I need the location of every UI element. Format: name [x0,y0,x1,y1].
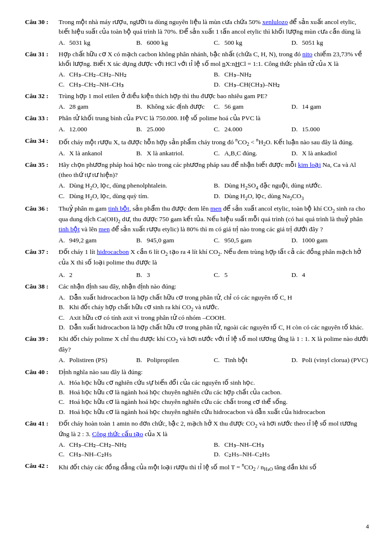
q40-label: Câu 40 : [25,367,59,417]
q34-label: Câu 34 : [25,136,59,159]
q31-ans-a: A.CH₃–CH₂–CH₂–NH₂ [59,70,214,79]
q40-ans-b: B.Hoá học hữu cơ là ngành hoá học chuyên… [59,388,369,397]
q41-ans-c: C.CH₃–NH–C₂H₅ [59,450,214,459]
q35-ans-d: D.Dùng H2O, lọc, dùng Na2CO3 [214,191,369,202]
q37-ans-a: A.2 [59,270,136,280]
q39-ans-a: A.Polistiren (PS) [59,355,136,365]
q39-ans-d: D.Poli (vinyl clorua) (PVC) [292,355,369,365]
q33-ans-b: B.25.000 [136,125,214,134]
q35-content: Hãy chọn phương pháp hoá học nào trong c… [59,160,369,201]
q41-ans-a: A.CH₃–CH₂–CH₂–NH₂ [59,440,214,450]
question-38: Câu 38 : Các nhận định sau đây, nhận địn… [25,282,369,332]
q32-ans-a: A.28 gam [59,102,136,112]
tinh-bot-link[interactable]: tinh bột [108,205,129,212]
question-34: Câu 34 : Đốt cháy một rượu X, ta được hỗ… [25,136,369,159]
q31-content: Hợp chất hữu cơ X có mạch cacbon không p… [59,50,369,89]
q37-answers: A.2 B.3 C.5 D.4 [59,270,369,280]
q33-ans-d: D.15.000 [292,125,369,134]
q32-label: Câu 32 : [25,91,59,112]
question-40: Câu 40 : Định nghĩa nào sau đây là đúng:… [25,367,369,417]
q39-answers: A.Polistiren (PS) B.Polipropilen C.Tinh … [59,355,369,365]
q31-ans-d: D.CH₃–CH(CH₃)–NH₂ [214,80,369,89]
q30-ans-b: B.6000 kg [136,38,214,48]
tinh-bot-link2[interactable]: tinh bột [59,226,80,233]
hidrocacbon-link[interactable]: hidrocacbon [97,248,129,255]
q32-ans-b: B.Không xác định được [136,102,214,112]
q37-content: Đốt cháy 1 lít hidrocacbon X cần 6 lít O… [59,247,369,280]
q36-ans-a: A.949,2 gam [59,236,136,245]
q40-ans-d: D.Hoá học hữu cơ là ngành hoá học chuyên… [59,407,369,417]
q30-content: Trong một nhà máy rượu, người ta dùng ng… [59,17,369,48]
q33-ans-c: C.24.000 [214,125,292,134]
q33-answers: A.12.000 B.25.000 C.24.000 D.15.000 [59,125,369,134]
q34-answers: A.X là ankanol B.X là ankatriol. C.A,B,C… [59,149,369,158]
q39-ans-c: C.Tinh bột [214,355,292,365]
q41-label: Câu 41 : [25,419,59,460]
question-36: Câu 36 : Thuỷ phân m gam tinh bột, sản p… [25,204,369,245]
q40-answers: A.Hóa học hữu cơ nghiên cứu sự biến đổi … [59,378,369,417]
q30-answers: A.5031 kg B.6000 kg C.500 kg D.5051 kg [59,38,369,48]
q32-answers: A.28 gam B.Không xác định được C.56 gam … [59,102,369,112]
q34-ans-a: A.X là ankanol [59,149,136,158]
q38-ans-b: B.Khi đốt cháy hợp chất hữu cơ sinh ra k… [59,302,369,313]
q36-label: Câu 36 : [25,204,59,245]
document-content: Câu 30 : Trong một nhà máy rượu, người t… [25,17,369,474]
question-37: Câu 37 : Đốt cháy 1 lít hidrocacbon X cầ… [25,247,369,280]
q35-ans-c: C.Dùng H2O, lọc, dùng quỳ tím. [59,191,214,202]
q41-answers: A.CH₃–CH₂–CH₂–NH₂ B.CH₃–NH–CH₃ C.CH₃–NH–… [59,440,369,460]
q40-ans-c: C.Hoá học hữu cơ là ngành hoá học chuyên… [59,397,369,407]
men-link2[interactable]: men [98,226,110,233]
q34-content: Đốt cháy một rượu X, ta được hỗn hợp sản… [59,136,369,159]
q37-ans-b: B.3 [136,270,214,280]
q32-content: Trùng hợp 1 mol etilen ở điều kiện thích… [59,91,369,112]
q35-ans-b: B.Dùng H2SO4 đặc nguội, dùng nước. [214,181,369,191]
q35-label: Câu 35 : [25,160,59,201]
men-link[interactable]: men [210,205,221,212]
kim-loai-link[interactable]: kim loại [298,161,321,168]
q33-label: Câu 33 : [25,113,59,134]
q41-content: Đốt cháy hoàn toàn 1 amin no đơn chức, b… [59,419,369,460]
q30-label: Câu 30 : [25,17,59,48]
q36-ans-b: B.945,0 gam [136,236,214,245]
q40-content: Định nghĩa nào sau đây là đúng: A.Hóa họ… [59,367,369,417]
question-39: Câu 39 : Khi đốt cháy polime X chỉ thu đ… [25,334,369,365]
q38-ans-a: A.Dẫn xuất hidrocacbon là hợp chất hữu c… [59,293,369,302]
q36-ans-c: C.950,5 gam [214,236,292,245]
question-33: Câu 33 : Phân tử khối trung bình của PVC… [25,113,369,134]
xenlulozo-link[interactable]: xenlulozo [262,18,288,25]
q37-ans-c: C.5 [214,270,292,280]
q30-ans-d: D.5051 kg [292,38,369,48]
q34-ans-c: C.A,B,C đúng. [214,149,292,158]
q36-ans-d: D.1000 gam [292,236,369,245]
q37-ans-d: D.4 [292,270,369,280]
q39-content: Khi đốt cháy polime X chỉ thu được khí C… [59,334,369,365]
q39-label: Câu 39 : [25,334,59,365]
q30-ans-a: A.5031 kg [59,38,136,48]
question-31: Câu 31 : Hợp chất hữu cơ X có mạch cacbo… [25,50,369,89]
nito-link[interactable]: nito [302,50,312,58]
q41-ans-d: D.C₂H₅–NH–C₂H₅ [214,450,369,459]
q32-ans-c: C.56 gam [214,102,292,112]
q34-ans-b: B.X là ankatriol. [136,149,214,158]
question-30: Câu 30 : Trong một nhà máy rượu, người t… [25,17,369,48]
q39-ans-b: B.Polipropilen [136,355,214,365]
q36-answers: A.949,2 gam B.945,0 gam C.950,5 gam D.10… [59,236,369,245]
q38-label: Câu 38 : [25,282,59,332]
q41-ans-b: B.CH₃–NH–CH₃ [214,440,369,450]
q31-answers: A.CH₃–CH₂–CH₂–NH₂ B.CH₃–NH₂ C.CH₃–CH₂–NH… [59,70,369,89]
q42-label: Câu 42 : [25,461,59,474]
q38-content: Các nhận định sau đây, nhận định nào đún… [59,282,369,332]
q31-label: Câu 31 : [25,50,59,89]
q37-label: Câu 37 : [25,247,59,280]
q33-content: Phân tử khối trung bình của PVC là 750.0… [59,113,369,134]
q31-ans-c: C.CH₃–CH₂–NH–CH₃ [59,80,214,89]
page-number: 4 [366,523,369,530]
q38-answers: A.Dẫn xuất hidrocacbon là hợp chất hữu c… [59,293,369,333]
cong-thuc-cau-tao-link[interactable]: Công thức cấu tạo [92,430,143,438]
q35-answers: A.Dùng H2O, lọc, dùng phenolphtalein. B.… [59,181,369,202]
question-32: Câu 32 : Trùng hợp 1 mol etilen ở điều k… [25,91,369,112]
q40-ans-a: A.Hóa học hữu cơ nghiên cứu sự biến đổi … [59,378,369,388]
q33-ans-a: A.12.000 [59,125,136,134]
question-41: Câu 41 : Đốt cháy hoàn toàn 1 amin no đơ… [25,419,369,460]
q38-ans-c: C.Axit hữu cơ có tính axit vì trong phân… [59,313,369,323]
